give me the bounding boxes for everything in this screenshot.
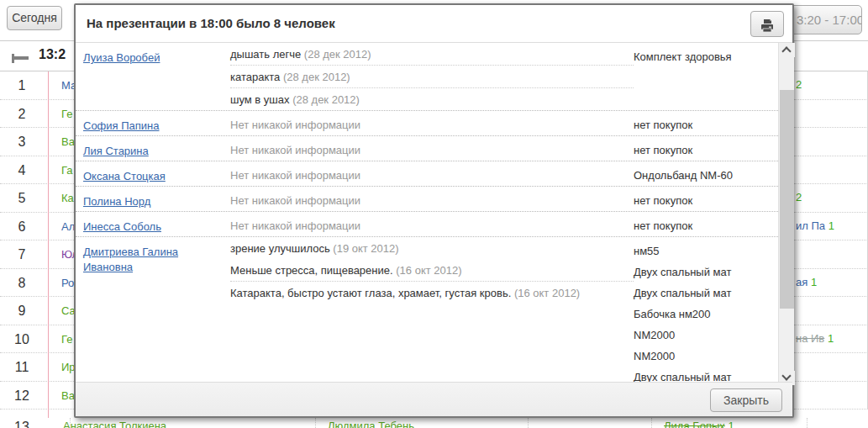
- attendee-row: Инесса Соболь Нет никакой информации нет…: [76, 212, 778, 237]
- schedule-right-column: 2 2 ил Па 1 ая 1 на Ив 1: [794, 40, 868, 428]
- no-info-label: Нет никакой информации: [230, 136, 634, 157]
- attendee-link[interactable]: Дмитриева Галина Ивановна: [83, 246, 178, 273]
- dialog-title: На презентации в 18:00 было 8 человек: [87, 16, 335, 30]
- client-name-link[interactable]: Ка: [61, 192, 74, 204]
- purchase-item: Двух спальный мат: [634, 283, 778, 304]
- schedule-row: 8 Ро: [0, 269, 74, 298]
- client-name-link[interactable]: Лида Бопых: [664, 420, 725, 428]
- comment-date: (16 окт 2012): [514, 287, 580, 299]
- schedule-row: ил Па 1: [794, 213, 868, 241]
- purchase-count: 1: [828, 332, 834, 345]
- attendee-link[interactable]: Лия Старина: [83, 145, 149, 157]
- today-button[interactable]: Сегодня: [7, 6, 62, 30]
- schedule-row: [794, 240, 868, 269]
- schedule-row: ая 1: [794, 269, 868, 298]
- client-name-link[interactable]: Ма: [61, 79, 74, 92]
- client-name-link[interactable]: Ге: [61, 333, 72, 346]
- purchase-item: NM2000: [634, 346, 778, 367]
- attendee-row: Дмитриева Галина Ивановна зрение улучшил…: [76, 237, 778, 385]
- no-purchases-label: нет покупок: [634, 136, 778, 161]
- row-number: 6: [0, 219, 44, 235]
- row-number: 10: [0, 332, 44, 347]
- purchase-item: Бабочка нм200: [634, 304, 778, 325]
- comment-date: (19 окт 2012): [333, 242, 398, 255]
- attendee-link[interactable]: Оксана Стоцкая: [83, 170, 166, 182]
- client-name-link[interactable]: ил Па: [796, 219, 825, 232]
- schedule-row: 2 Ге: [0, 100, 74, 129]
- comment-date: (28 дек 2012): [283, 71, 350, 83]
- scrollbar-thumb[interactable]: [780, 90, 794, 309]
- comment-date: (28 дек 2012): [292, 93, 360, 106]
- comment-line: Меньше стресса, пищеварение. (16 окт 201…: [230, 259, 634, 282]
- no-info-label: Нет никакой информации: [230, 212, 634, 233]
- presentation-attendees-dialog: На презентации в 18:00 было 8 человек Лу…: [74, 3, 794, 418]
- client-name-link[interactable]: Ва: [61, 135, 74, 148]
- row-number: 11: [0, 360, 44, 375]
- schedule-row: 5 Ка: [0, 184, 74, 213]
- purchase-count: 1: [829, 219, 834, 232]
- printer-icon: [760, 19, 775, 33]
- attendee-link[interactable]: Луиза Воробей: [83, 51, 160, 64]
- purchase-count: 1: [729, 420, 734, 428]
- attendee-link[interactable]: София Папина: [83, 119, 160, 132]
- comment-line: дышать легче (28 дек 2012): [230, 43, 634, 66]
- scroll-up-button[interactable]: [779, 43, 795, 57]
- schedule-left-column: 13:2 1 Ма 2 Ге 3 Ва 4 Га 5 Ка 6 Ал 7 Юл: [0, 40, 74, 428]
- schedule-right-header: [794, 41, 868, 71]
- no-purchases-label: нет покупок: [634, 212, 778, 236]
- dialog-header: На презентации в 18:00 было 8 человек: [76, 5, 792, 43]
- schedule-row: 12 Ва: [0, 382, 74, 410]
- purchase-count: 2: [796, 78, 802, 91]
- client-name-link[interactable]: на Ив: [796, 332, 824, 345]
- row-number: 12: [0, 388, 44, 404]
- print-button[interactable]: [750, 11, 784, 37]
- close-button[interactable]: Закрыть: [710, 388, 782, 412]
- purchase-count: 1: [811, 276, 817, 288]
- row-number: 8: [0, 276, 44, 291]
- schedule-row: 2: [794, 71, 868, 100]
- row-number: 4: [0, 163, 44, 178]
- client-name-link[interactable]: Ал: [61, 220, 74, 233]
- row-number: 3: [0, 135, 44, 150]
- attendee-link[interactable]: Инесса Соболь: [83, 220, 161, 233]
- column-divider: [807, 418, 808, 428]
- purchase-item: Двух спальный мат: [634, 262, 778, 283]
- schedule-header: 13:2: [0, 41, 74, 71]
- row-number: 9: [0, 304, 44, 319]
- client-name-link[interactable]: Анастасия Толкиена: [63, 420, 166, 428]
- schedule-row: 4 Га: [0, 156, 74, 185]
- schedule-bottom-row: 13 Анастасия Толкиена Людмила Тебень Лид…: [0, 418, 868, 428]
- purchase-item: NM2000: [634, 325, 778, 346]
- no-purchases-label: нет покупок: [634, 187, 778, 211]
- comment-line: катаракта (28 дек 2012): [230, 66, 634, 88]
- column-divider: [315, 418, 316, 428]
- time-range-button[interactable]: 3:20 - 17:00: [786, 5, 862, 34]
- schedule-row: 2: [794, 184, 868, 213]
- schedule-row: [794, 156, 868, 185]
- attendee-row: Луиза Воробей дышать легче (28 дек 2012)…: [76, 43, 778, 111]
- client-name-link[interactable]: Ге: [61, 108, 72, 120]
- schedule-row: [794, 297, 868, 325]
- column-divider: [70, 418, 71, 428]
- schedule-row: на Ив 1: [794, 325, 868, 354]
- schedule-row: 3 Ва: [0, 128, 74, 156]
- client-name-link[interactable]: Юл: [61, 248, 74, 261]
- schedule-row: 9 Са: [0, 297, 74, 325]
- comment-line: зрение улучшилось (19 окт 2012): [230, 237, 634, 259]
- client-name-link[interactable]: Ро: [61, 277, 74, 289]
- chevron-up-icon: [781, 46, 791, 55]
- vertical-scrollbar[interactable]: [778, 43, 794, 385]
- schedule-row: [794, 128, 868, 156]
- no-info-label: Нет никакой информации: [230, 111, 634, 132]
- purchase-item: нм55: [634, 237, 778, 262]
- schedule-row: 11 Ир: [0, 353, 74, 382]
- client-name-link[interactable]: ая: [796, 276, 808, 288]
- client-name-link[interactable]: Са: [61, 304, 74, 317]
- attendee-row: София Папина Нет никакой информации нет …: [76, 111, 778, 136]
- client-name-link[interactable]: Людмила Тебень: [328, 420, 414, 428]
- client-name-link[interactable]: Ир: [61, 361, 74, 373]
- client-name-link[interactable]: Ва: [61, 389, 74, 402]
- client-name-link[interactable]: Га: [61, 164, 73, 177]
- attendee-link[interactable]: Полина Норд: [83, 195, 150, 208]
- timeline-marker-icon: [12, 54, 29, 63]
